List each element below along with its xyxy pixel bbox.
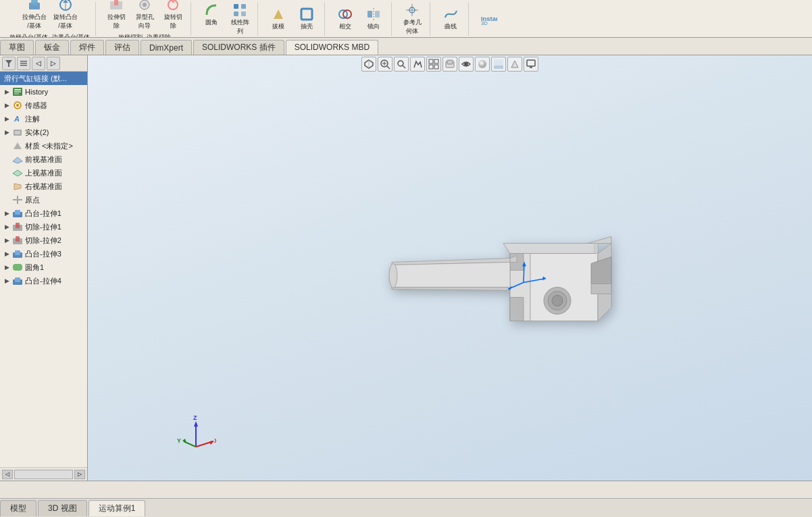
model-svg — [358, 190, 615, 345]
extruded-cut-button[interactable]: 拉伸切除 — [103, 0, 130, 32]
tab-sw-addins[interactable]: SOLIDWORKS 插件 — [193, 40, 284, 55]
main-layout: ◁ ▷ 滑行气缸链接 (默... ▶ History ▶ 传感器 — [0, 55, 812, 481]
panel-scroll-buttons: ◁ ▷ — [0, 467, 87, 481]
front-plane-icon — [12, 154, 23, 165]
svg-rect-18 — [375, 11, 380, 18]
view-grid-button[interactable] — [426, 57, 441, 72]
svg-rect-26 — [20, 63, 27, 64]
draft-button[interactable]: 拔模 — [265, 5, 292, 32]
axis-indicator: Z X Y — [176, 413, 216, 454]
appearance-button[interactable] — [475, 57, 490, 72]
tree-item-sensors[interactable]: ▶ 传感器 — [0, 99, 87, 112]
bottom-tab-motion1[interactable]: 运动算例1 — [88, 500, 146, 516]
scroll-left-button[interactable]: ◁ — [2, 470, 13, 479]
cut-extrude1-icon — [12, 221, 23, 232]
tree-item-material[interactable]: 材质 <未指定> — [0, 139, 87, 153]
panel-next-button[interactable]: ▷ — [47, 57, 60, 70]
tree-item-cut-extrude1[interactable]: ▶ 切除-拉伸1 — [0, 220, 87, 234]
panel-filter-button[interactable] — [2, 57, 16, 70]
revolve-boss-button[interactable]: 旋转凸台/基体 — [51, 0, 80, 32]
tree-item-boss-extrude1[interactable]: ▶ 凸台-拉伸1 — [0, 207, 87, 220]
linear-pattern-button[interactable]: 线性阵列 — [226, 1, 253, 37]
ref-geometry-button[interactable]: 参考几何体 — [399, 1, 426, 37]
tree-item-front-plane[interactable]: 前视基准面 — [0, 153, 87, 166]
boundary-cut-button[interactable]: 边界切除 — [145, 32, 172, 38]
intersect-mirror-group: 相交 镜向 — [328, 2, 392, 36]
hole-wizard-icon — [136, 0, 153, 13]
zoom-to-fit-button[interactable] — [378, 57, 392, 72]
tab-dimxpert[interactable]: DimXpert — [141, 40, 192, 55]
boundary-boss-button[interactable]: 边界凸台/基体 — [51, 32, 92, 38]
monitor-button[interactable] — [524, 57, 538, 72]
svg-rect-64 — [447, 60, 453, 64]
scene-button[interactable] — [491, 57, 506, 72]
realview-button[interactable] — [507, 57, 522, 72]
fillet-button[interactable]: 圆角 — [198, 1, 225, 37]
expand-boss-extrude4[interactable]: ▶ — [3, 277, 11, 285]
svg-line-58 — [403, 65, 405, 68]
features-toolbar-group: 拉伸凸台/基体 旋转凸台/基体 放样凸台/基体 边界凸台/基体 — [4, 2, 96, 36]
tab-sheet-metal[interactable]: 钣金 — [35, 40, 69, 55]
bottom-tab-model[interactable]: 模型 — [0, 500, 36, 516]
hide-show-button[interactable] — [459, 57, 474, 72]
expand-boss-extrude3[interactable]: ▶ — [3, 250, 11, 258]
panel-prev-button[interactable]: ◁ — [32, 57, 45, 70]
tree-item-history[interactable]: ▶ History — [0, 85, 87, 99]
scroll-right-button[interactable]: ▷ — [74, 470, 85, 479]
tree-item-solid-bodies[interactable]: ▶ 实体(2) — [0, 126, 87, 139]
loft-cut-button[interactable]: 放样切割 — [117, 32, 144, 38]
svg-point-66 — [478, 60, 486, 68]
fillet-icon — [203, 2, 220, 18]
sensor-icon — [12, 100, 23, 111]
zoom-window-button[interactable] — [394, 57, 409, 72]
loft-boss-button[interactable]: 放样凸台/基体 — [8, 32, 49, 38]
view-orient-button[interactable] — [361, 57, 376, 72]
svg-text:Z: Z — [193, 414, 197, 421]
svg-rect-61 — [429, 65, 433, 69]
scroll-bar[interactable] — [14, 470, 73, 479]
svg-marker-100 — [209, 441, 214, 445]
instant3d-button[interactable]: Instant3D — [476, 9, 503, 28]
tab-evaluate[interactable]: 评估 — [105, 40, 139, 55]
hole-wizard-button[interactable]: 异型孔向导 — [131, 0, 158, 32]
svg-marker-78 — [588, 237, 611, 244]
model-title: 滑行气缸链接 (默... — [0, 72, 87, 85]
svg-line-54 — [387, 66, 390, 69]
svg-marker-87 — [392, 288, 510, 291]
expand-cut-extrude2[interactable]: ▶ — [3, 236, 11, 244]
display-style-button[interactable] — [442, 57, 457, 72]
revolve-cut-button[interactable]: 旋转切除 — [159, 0, 186, 32]
tree-item-origin[interactable]: 原点 — [0, 193, 87, 207]
expand-fillet1[interactable]: ▶ — [3, 263, 11, 271]
expand-sensors[interactable]: ▶ — [3, 101, 11, 109]
mirror-button[interactable]: 镜向 — [360, 5, 387, 32]
panel-view-button[interactable] — [17, 57, 30, 70]
expand-boss-extrude1[interactable]: ▶ — [3, 209, 11, 217]
shell-button[interactable]: 抽壳 — [293, 5, 320, 32]
sketch-button[interactable] — [410, 57, 425, 72]
revolve-boss-icon — [57, 0, 74, 13]
svg-rect-44 — [16, 223, 20, 228]
mirror-icon — [365, 6, 382, 22]
tree-item-boss-extrude3[interactable]: ▶ 凸台-拉伸3 — [0, 247, 87, 261]
tree-item-top-plane[interactable]: 上视基准面 — [0, 166, 87, 180]
tab-weldments[interactable]: 焊件 — [70, 40, 104, 55]
tree-item-cut-extrude2[interactable]: ▶ 切除-拉伸2 — [0, 234, 87, 247]
tree-item-right-plane[interactable]: 右视基准面 — [0, 180, 87, 193]
expand-solid-bodies[interactable]: ▶ — [3, 128, 11, 136]
intersect-button[interactable]: 相交 — [332, 5, 359, 32]
curves-button[interactable]: 曲线 — [437, 5, 464, 32]
tree-item-boss-extrude4[interactable]: ▶ 凸台-拉伸4 — [0, 274, 87, 288]
tab-sketch[interactable]: 草图 — [0, 40, 34, 55]
bottom-tab-3dview[interactable]: 3D 视图 — [38, 500, 87, 516]
tab-sw-mbd[interactable]: SOLIDWORKS MBD — [286, 40, 378, 55]
3d-viewport[interactable]: Z X Y — [88, 55, 812, 481]
expand-annotations[interactable]: ▶ — [3, 115, 11, 123]
svg-marker-24 — [5, 60, 12, 67]
tree-item-annotations[interactable]: ▶ A 注解 — [0, 112, 87, 126]
expand-cut-extrude1[interactable]: ▶ — [3, 223, 11, 231]
boss-extrude-button[interactable]: 拉伸凸台/基体 — [20, 0, 49, 32]
axis-indicator-svg: Z X Y — [176, 413, 216, 454]
tree-item-fillet1[interactable]: ▶ 圆角1 — [0, 261, 87, 274]
expand-history[interactable]: ▶ — [3, 88, 11, 96]
